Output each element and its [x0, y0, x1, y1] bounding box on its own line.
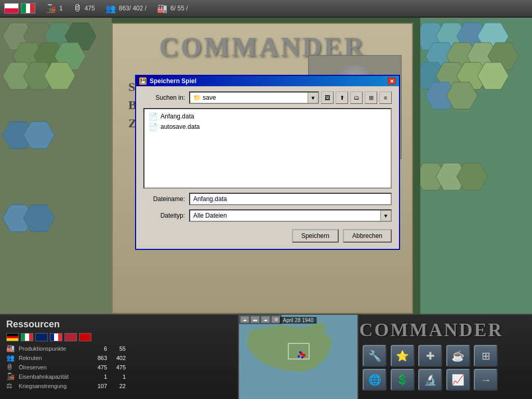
file-icon-2: 📄 [149, 123, 157, 131]
filetype-row: Dateityp: Alle Dateien ▼ [143, 209, 392, 222]
cmd-btn-wrench[interactable]: 🔧 [363, 345, 387, 367]
save-dialog: 💾 Speichern Spiel ✕ Suchen in: 📁 save ▼ … [135, 75, 400, 250]
train-icon: 🚂 [46, 4, 56, 14]
commander-buttons: 🔧 ⭐ ✚ ☕ ⊞ 🌐 💲 🔬 📈 → [358, 343, 504, 393]
file-name-2: autosave.data [161, 123, 200, 130]
search-in-row: Suchen in: 📁 save ▼ 🖼 ⬆ 🗂 ⊞ ≡ [143, 91, 392, 104]
res-name: Eisenbahnkapazität [19, 374, 91, 380]
minimap-bg [239, 315, 357, 399]
res-name: Rekruten [19, 355, 91, 361]
res-icon: 🏭 [6, 344, 17, 352]
flag-germany [6, 333, 19, 341]
resource-row: 👥 Rekruten 863 402 [6, 354, 232, 362]
cmd-btn-research[interactable]: 🔬 [418, 369, 442, 391]
search-combo[interactable]: 📁 save ▼ [189, 91, 319, 104]
cmd-btn-coffee[interactable]: ☕ [446, 345, 470, 367]
cmd-btn-grid[interactable]: ⊞ [474, 345, 498, 367]
mini-btn-cloud2[interactable]: ☁ [261, 316, 270, 323]
filename-row: Dateiname: [143, 193, 392, 205]
res-val1: 6 [91, 345, 107, 352]
svg-point-40 [298, 355, 300, 357]
res-val1: 863 [91, 355, 107, 361]
resource-row: 🚂 Eisenbahnkapazität 1 1 [6, 373, 232, 380]
flag-italy-bottom [21, 333, 33, 341]
search-input-wrapper: 📁 save ▼ 🖼 ⬆ 🗂 ⊞ ≡ [189, 91, 392, 104]
svg-point-42 [301, 356, 303, 358]
toolbar-btn-1[interactable]: 🖼 [321, 91, 334, 104]
res-val2: 475 [110, 364, 126, 370]
res-icon: 🚂 [6, 373, 17, 380]
cmd-btn-star[interactable]: ⭐ [391, 345, 415, 367]
res-val2: 22 [110, 383, 126, 389]
dialog-titlebar: 💾 Speichern Spiel ✕ [136, 76, 399, 86]
flag-soviet [79, 333, 91, 341]
cmd-btn-plus[interactable]: ✚ [418, 345, 442, 367]
resources-panel: Ressourcen 🏭 Produktionspunkte 6 55 👥 Re… [0, 315, 239, 399]
left-map-svg [0, 18, 112, 314]
res-icon: 🛢 [6, 363, 17, 371]
nation-flags [6, 333, 232, 341]
stat-manpower: 👥 863/ 402 / [105, 4, 147, 14]
top-bar: 🚂 1 🛢 475 👥 863/ 402 / 🏭 6/ 55 / [0, 0, 532, 18]
res-val1: 1 [91, 374, 107, 380]
right-map [420, 18, 532, 314]
stat-supply: 🛢 475 [73, 4, 95, 13]
res-name: Produktionspunkte [19, 345, 91, 352]
cmd-btn-globe[interactable]: 🌐 [363, 369, 387, 391]
minimap-svg [239, 315, 358, 399]
resources-title: Ressourcen [6, 319, 232, 330]
commander-title: COMMANDER [358, 315, 504, 343]
file-item-2[interactable]: 📄 autosave.data [147, 122, 389, 132]
toolbar-btn-2[interactable]: ⬆ [336, 91, 348, 104]
res-val2: 1 [110, 374, 126, 380]
cancel-button[interactable]: Abbrechen [343, 229, 392, 243]
resource-row: 🏭 Produktionspunkte 6 55 [6, 344, 232, 352]
file-list: 📄 Anfang.data 📄 autosave.data [143, 108, 392, 189]
cmd-btn-dollar[interactable]: 💲 [391, 369, 415, 391]
dialog-close-button[interactable]: ✕ [388, 77, 396, 85]
industry-icon: 🏭 [157, 4, 167, 14]
filetype-combo[interactable]: Alle Dateien ▼ [189, 209, 392, 222]
toolbar-btn-3[interactable]: 🗂 [350, 91, 363, 104]
stat-industry: 🏭 6/ 55 / [157, 4, 188, 14]
resource-rows: 🏭 Produktionspunkte 6 55 👥 Rekruten 863 … [6, 344, 232, 390]
file-item-1[interactable]: 📄 Anfang.data [147, 111, 389, 122]
filetype-combo-arrow[interactable]: ▼ [380, 210, 391, 221]
bottom-bar: Ressourcen 🏭 Produktionspunkte 6 55 👥 Re… [0, 314, 532, 399]
toolbar-btn-5[interactable]: ≡ [379, 91, 392, 104]
res-val1: 107 [91, 383, 107, 389]
stat-train: 🚂 1 [46, 4, 63, 14]
filename-input[interactable] [189, 193, 392, 205]
flag-poland [4, 3, 19, 14]
svg-point-39 [302, 354, 305, 357]
resource-row: 🛢 Ölreserven 475 475 [6, 363, 232, 371]
search-combo-arrow[interactable]: ▼ [308, 92, 318, 103]
filetype-combo-text: Alle Dateien [190, 212, 380, 219]
minimap-date: April 28 1940 [280, 317, 317, 324]
mini-btn-box[interactable]: ▬ [250, 316, 260, 323]
minimap-panel: ☁ ▬ ☁ ⚙ April 28 1940 [239, 315, 358, 399]
filename-label: Dateiname: [143, 195, 185, 203]
search-combo-text: 📁 save [190, 94, 308, 101]
cmd-btn-arrow[interactable]: → [474, 369, 498, 391]
dialog-title: Speichern Spiel [150, 77, 196, 85]
res-val1: 475 [91, 364, 107, 370]
dialog-buttons: Speichern Abbrechen [143, 226, 392, 244]
dialog-body: Suchen in: 📁 save ▼ 🖼 ⬆ 🗂 ⊞ ≡ 📄 [136, 86, 399, 249]
supply-icon: 🛢 [73, 4, 82, 13]
commander-panel: COMMANDER 🔧 ⭐ ✚ ☕ ⊞ 🌐 💲 🔬 📈 → [358, 315, 504, 399]
filetype-label: Dateityp: [143, 212, 185, 219]
res-val2: 55 [110, 345, 126, 352]
search-label: Suchen in: [143, 94, 185, 101]
manpower-icon: 👥 [105, 4, 116, 14]
flag-group [4, 3, 35, 14]
mini-btn-gear[interactable]: ⚙ [271, 316, 281, 323]
cmd-btn-chart[interactable]: 📈 [446, 369, 470, 391]
flag-france [50, 333, 62, 341]
flag-italy [21, 3, 35, 14]
save-button[interactable]: Speichern [292, 229, 339, 243]
resource-row: ⚖ Kriegsanstrengung 107 22 [6, 382, 232, 390]
mini-btn-cloud[interactable]: ☁ [240, 316, 249, 323]
toolbar-btn-4[interactable]: ⊞ [365, 91, 377, 104]
file-name-1: Anfang.data [161, 113, 194, 120]
